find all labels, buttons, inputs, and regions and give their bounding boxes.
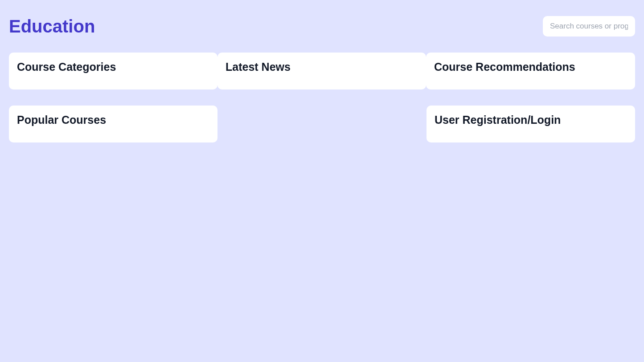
latest-news-card: Latest News — [217, 53, 426, 89]
course-recommendations-title: Course Recommendations — [434, 61, 627, 73]
user-registration-card: User Registration/Login — [427, 106, 635, 142]
course-categories-card: Course Categories — [9, 53, 217, 89]
course-recommendations-card: Course Recommendations — [426, 53, 635, 89]
col-right-2: User Registration/Login — [427, 106, 635, 142]
popular-courses-card: Popular Courses — [9, 106, 217, 142]
row-2: Popular Courses User Registration/Login — [9, 106, 635, 142]
latest-news-title: Latest News — [226, 61, 418, 73]
row-1: Course Categories Latest News Course Rec… — [9, 53, 635, 89]
header: Education — [9, 16, 635, 37]
page-title: Education — [9, 16, 95, 37]
col-middle: Latest News — [217, 53, 426, 89]
col-right: Course Recommendations — [426, 53, 635, 89]
popular-courses-title: Popular Courses — [17, 114, 209, 126]
col-left-2: Popular Courses — [9, 106, 217, 142]
user-registration-title: User Registration/Login — [435, 114, 627, 126]
search-input[interactable] — [543, 16, 635, 37]
col-left: Course Categories — [9, 53, 217, 89]
course-categories-title: Course Categories — [17, 61, 209, 73]
